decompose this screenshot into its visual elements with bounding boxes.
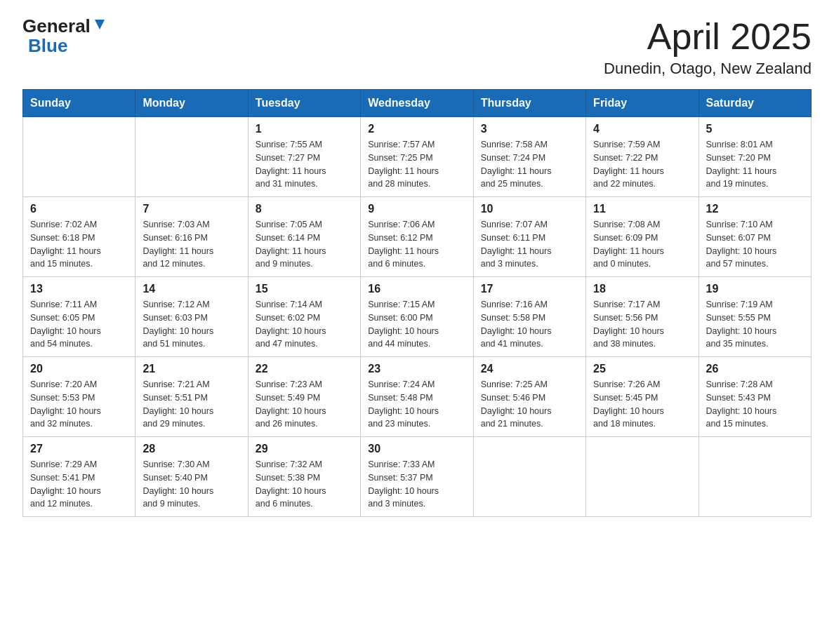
day-number: 24 [481, 363, 578, 375]
day-number: 25 [593, 363, 691, 375]
day-info: Sunrise: 7:15 AM Sunset: 6:00 PM Dayligh… [368, 298, 465, 351]
calendar-cell: 14Sunrise: 7:12 AM Sunset: 6:03 PM Dayli… [135, 277, 248, 357]
calendar-cell: 2Sunrise: 7:57 AM Sunset: 7:25 PM Daylig… [361, 117, 473, 197]
day-info: Sunrise: 8:01 AM Sunset: 7:20 PM Dayligh… [706, 138, 804, 191]
title-block: April 2025 Dunedin, Otago, New Zealand [604, 17, 812, 78]
day-number: 7 [143, 203, 240, 215]
calendar-week-row: 1Sunrise: 7:55 AM Sunset: 7:27 PM Daylig… [23, 117, 812, 197]
day-number: 8 [256, 203, 353, 215]
day-number: 23 [368, 363, 465, 375]
day-number: 19 [706, 283, 804, 295]
calendar-cell: 23Sunrise: 7:24 AM Sunset: 5:48 PM Dayli… [361, 357, 473, 437]
day-number: 17 [481, 283, 578, 295]
column-header-friday: Friday [586, 90, 699, 117]
day-number: 27 [30, 443, 128, 455]
day-number: 20 [30, 363, 128, 375]
calendar-cell: 18Sunrise: 7:17 AM Sunset: 5:56 PM Dayli… [586, 277, 699, 357]
day-info: Sunrise: 7:26 AM Sunset: 5:45 PM Dayligh… [593, 378, 691, 431]
calendar-cell: 7Sunrise: 7:03 AM Sunset: 6:16 PM Daylig… [135, 197, 248, 277]
calendar-cell: 10Sunrise: 7:07 AM Sunset: 6:11 PM Dayli… [473, 197, 585, 277]
day-info: Sunrise: 7:19 AM Sunset: 5:55 PM Dayligh… [706, 298, 804, 351]
day-info: Sunrise: 7:58 AM Sunset: 7:24 PM Dayligh… [481, 138, 578, 191]
day-number: 9 [368, 203, 465, 215]
calendar-cell: 9Sunrise: 7:06 AM Sunset: 6:12 PM Daylig… [361, 197, 473, 277]
day-info: Sunrise: 7:25 AM Sunset: 5:46 PM Dayligh… [481, 378, 578, 431]
day-info: Sunrise: 7:29 AM Sunset: 5:41 PM Dayligh… [30, 458, 128, 511]
day-number: 3 [481, 123, 578, 135]
day-info: Sunrise: 7:57 AM Sunset: 7:25 PM Dayligh… [368, 138, 465, 191]
calendar-cell: 15Sunrise: 7:14 AM Sunset: 6:02 PM Dayli… [248, 277, 360, 357]
day-number: 29 [256, 443, 353, 455]
calendar-cell: 28Sunrise: 7:30 AM Sunset: 5:40 PM Dayli… [135, 437, 248, 517]
day-info: Sunrise: 7:03 AM Sunset: 6:16 PM Dayligh… [143, 218, 240, 271]
column-header-sunday: Sunday [23, 90, 135, 117]
column-header-wednesday: Wednesday [361, 90, 473, 117]
calendar-cell: 27Sunrise: 7:29 AM Sunset: 5:41 PM Dayli… [23, 437, 135, 517]
column-header-monday: Monday [135, 90, 248, 117]
day-number: 28 [143, 443, 240, 455]
calendar-week-row: 27Sunrise: 7:29 AM Sunset: 5:41 PM Dayli… [23, 437, 812, 517]
calendar-cell: 8Sunrise: 7:05 AM Sunset: 6:14 PM Daylig… [248, 197, 360, 277]
calendar-cell: 11Sunrise: 7:08 AM Sunset: 6:09 PM Dayli… [586, 197, 699, 277]
calendar-cell: 19Sunrise: 7:19 AM Sunset: 5:55 PM Dayli… [699, 277, 811, 357]
calendar-cell: 5Sunrise: 8:01 AM Sunset: 7:20 PM Daylig… [699, 117, 811, 197]
day-info: Sunrise: 7:11 AM Sunset: 6:05 PM Dayligh… [30, 298, 128, 351]
calendar-cell: 4Sunrise: 7:59 AM Sunset: 7:22 PM Daylig… [586, 117, 699, 197]
calendar-cell: 1Sunrise: 7:55 AM Sunset: 7:27 PM Daylig… [248, 117, 360, 197]
day-info: Sunrise: 7:59 AM Sunset: 7:22 PM Dayligh… [593, 138, 691, 191]
calendar-table: SundayMondayTuesdayWednesdayThursdayFrid… [22, 89, 812, 517]
calendar-cell: 6Sunrise: 7:02 AM Sunset: 6:18 PM Daylig… [23, 197, 135, 277]
calendar-cell [23, 117, 135, 197]
day-info: Sunrise: 7:08 AM Sunset: 6:09 PM Dayligh… [593, 218, 691, 271]
day-number: 15 [256, 283, 353, 295]
day-number: 5 [706, 123, 804, 135]
day-number: 12 [706, 203, 804, 215]
day-number: 22 [256, 363, 353, 375]
day-info: Sunrise: 7:32 AM Sunset: 5:38 PM Dayligh… [256, 458, 353, 511]
day-info: Sunrise: 7:30 AM Sunset: 5:40 PM Dayligh… [143, 458, 240, 511]
calendar-cell [135, 117, 248, 197]
day-number: 26 [706, 363, 804, 375]
day-number: 14 [143, 283, 240, 295]
day-info: Sunrise: 7:14 AM Sunset: 6:02 PM Dayligh… [256, 298, 353, 351]
calendar-week-row: 20Sunrise: 7:20 AM Sunset: 5:53 PM Dayli… [23, 357, 812, 437]
calendar-header-row: SundayMondayTuesdayWednesdayThursdayFrid… [23, 90, 812, 117]
calendar-week-row: 6Sunrise: 7:02 AM Sunset: 6:18 PM Daylig… [23, 197, 812, 277]
calendar-cell: 26Sunrise: 7:28 AM Sunset: 5:43 PM Dayli… [699, 357, 811, 437]
day-info: Sunrise: 7:23 AM Sunset: 5:49 PM Dayligh… [256, 378, 353, 431]
day-info: Sunrise: 7:16 AM Sunset: 5:58 PM Dayligh… [481, 298, 578, 351]
day-number: 11 [593, 203, 691, 215]
month-title: April 2025 [604, 17, 812, 57]
calendar-cell: 22Sunrise: 7:23 AM Sunset: 5:49 PM Dayli… [248, 357, 360, 437]
day-info: Sunrise: 7:02 AM Sunset: 6:18 PM Dayligh… [30, 218, 128, 271]
logo-arrow-icon [92, 17, 107, 32]
day-number: 13 [30, 283, 128, 295]
column-header-saturday: Saturday [699, 90, 811, 117]
day-number: 6 [30, 203, 128, 215]
day-info: Sunrise: 7:05 AM Sunset: 6:14 PM Dayligh… [256, 218, 353, 271]
calendar-cell: 3Sunrise: 7:58 AM Sunset: 7:24 PM Daylig… [473, 117, 585, 197]
day-info: Sunrise: 7:06 AM Sunset: 6:12 PM Dayligh… [368, 218, 465, 271]
day-info: Sunrise: 7:17 AM Sunset: 5:56 PM Dayligh… [593, 298, 691, 351]
day-number: 1 [256, 123, 353, 135]
day-info: Sunrise: 7:10 AM Sunset: 6:07 PM Dayligh… [706, 218, 804, 271]
location-subtitle: Dunedin, Otago, New Zealand [604, 60, 812, 78]
calendar-cell: 25Sunrise: 7:26 AM Sunset: 5:45 PM Dayli… [586, 357, 699, 437]
day-number: 30 [368, 443, 465, 455]
calendar-cell: 13Sunrise: 7:11 AM Sunset: 6:05 PM Dayli… [23, 277, 135, 357]
column-header-thursday: Thursday [473, 90, 585, 117]
page-header: General Blue April 2025 Dunedin, Otago, … [22, 17, 812, 78]
day-info: Sunrise: 7:20 AM Sunset: 5:53 PM Dayligh… [30, 378, 128, 431]
day-info: Sunrise: 7:07 AM Sunset: 6:11 PM Dayligh… [481, 218, 578, 271]
calendar-cell: 21Sunrise: 7:21 AM Sunset: 5:51 PM Dayli… [135, 357, 248, 437]
calendar-cell: 12Sunrise: 7:10 AM Sunset: 6:07 PM Dayli… [699, 197, 811, 277]
day-number: 18 [593, 283, 691, 295]
calendar-cell [699, 437, 811, 517]
day-info: Sunrise: 7:28 AM Sunset: 5:43 PM Dayligh… [706, 378, 804, 431]
calendar-cell: 17Sunrise: 7:16 AM Sunset: 5:58 PM Dayli… [473, 277, 585, 357]
day-info: Sunrise: 7:33 AM Sunset: 5:37 PM Dayligh… [368, 458, 465, 511]
calendar-cell [473, 437, 585, 517]
day-info: Sunrise: 7:21 AM Sunset: 5:51 PM Dayligh… [143, 378, 240, 431]
column-header-tuesday: Tuesday [248, 90, 360, 117]
calendar-cell: 20Sunrise: 7:20 AM Sunset: 5:53 PM Dayli… [23, 357, 135, 437]
